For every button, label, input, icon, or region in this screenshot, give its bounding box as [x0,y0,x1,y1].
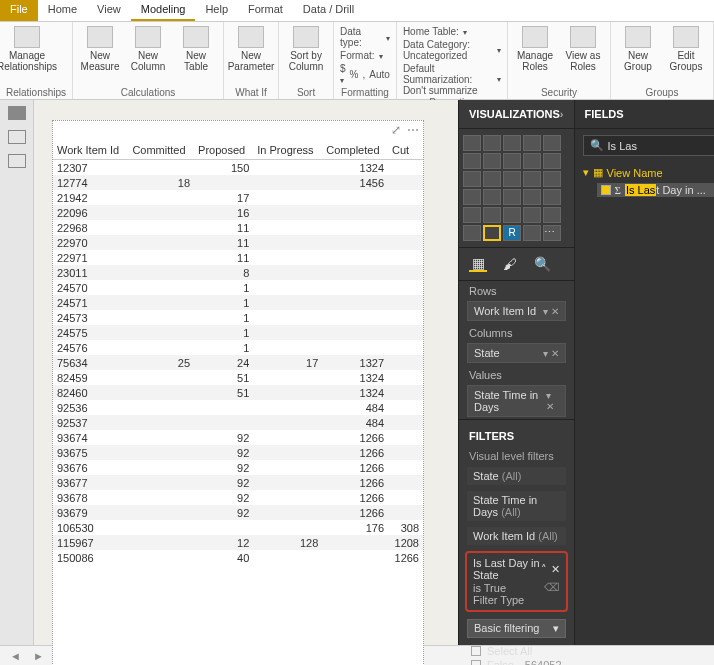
page-next-icon[interactable]: ► [29,650,48,662]
table-row[interactable]: 245711 [53,295,423,310]
tab-file[interactable]: File [0,0,38,21]
viz-ribbon[interactable] [483,171,501,187]
table-row[interactable]: 93675921266 [53,445,423,460]
new-parameter-button[interactable]: NewParameter [230,26,272,72]
viz-100-column[interactable] [463,153,481,169]
viz-slicer[interactable] [543,207,561,223]
table-row[interactable]: 245731 [53,310,423,325]
viz-treemap[interactable] [483,189,501,205]
viz-filled-map[interactable] [523,189,541,205]
viz-py[interactable] [523,225,541,241]
viz-custom[interactable]: ⋯ [543,225,561,241]
data-view-icon[interactable] [8,130,26,144]
currency-button[interactable]: $ [340,63,346,85]
table-row[interactable]: 2297111 [53,250,423,265]
viz-table[interactable] [463,225,481,241]
remove-rows-icon[interactable]: ▾ ✕ [543,306,559,317]
format-mode-icon[interactable]: 🖌 [501,256,519,272]
matrix-visual[interactable]: ⤢ ⋯ Work Item IdCommittedProposedIn Prog… [52,120,424,665]
remove-filter-icon[interactable]: ✕ [551,563,560,575]
home-table-dropdown[interactable] [463,26,467,37]
filter-state-time[interactable]: State Time in Days (All) [467,491,566,521]
table-row[interactable]: 245701 [53,280,423,295]
edit-groups-button[interactable]: EditGroups [665,26,707,72]
viz-clustered-column[interactable] [523,135,541,151]
viz-map[interactable] [503,189,521,205]
viz-area[interactable] [503,153,521,169]
tab-format[interactable]: Format [238,0,293,21]
fields-search-input[interactable] [608,140,714,152]
viz-multi-card[interactable] [503,207,521,223]
filter-type-dropdown[interactable]: Basic filtering▾ [467,619,566,638]
viz-funnel[interactable] [543,189,561,205]
viz-stacked-column[interactable] [483,135,501,151]
tab-modeling[interactable]: Modeling [131,0,196,21]
column-header[interactable]: Work Item Id [53,141,128,160]
table-row[interactable]: 150086401266 [53,550,423,565]
table-row[interactable]: 93674921266 [53,430,423,445]
table-row[interactable]: 115967121281208 [53,535,423,550]
viz-line-clustered[interactable] [463,171,481,187]
viz-waterfall[interactable] [503,171,521,187]
table-row[interactable]: 2297011 [53,235,423,250]
viz-matrix[interactable] [483,225,501,241]
table-row[interactable]: 92536484 [53,400,423,415]
data-category-dropdown[interactable]: Data Category: Uncategorized [403,39,501,61]
select-all-option[interactable]: Select All [471,644,562,658]
drill-icon[interactable]: ⤢ [391,123,401,137]
field-is-last-day[interactable]: Σ Is Last Day in ... [597,183,714,197]
fields-mode-icon[interactable]: ▦ [469,256,487,272]
column-header[interactable]: Completed [322,141,388,160]
percent-button[interactable]: % [350,69,359,80]
viz-donut[interactable] [463,189,481,205]
manage-relationships-button[interactable]: ManageRelationships [6,26,48,72]
viz-r[interactable]: R [503,225,521,241]
view-as-roles-button[interactable]: View asRoles [562,26,604,72]
table-row[interactable]: 123071501324 [53,160,423,176]
table-row[interactable]: 2296811 [53,220,423,235]
format-dropdown[interactable] [379,50,383,61]
model-view-icon[interactable] [8,154,26,168]
table-row[interactable]: 93676921266 [53,460,423,475]
viz-gauge[interactable] [463,207,481,223]
tab-help[interactable]: Help [195,0,238,21]
data-type-dropdown[interactable] [386,32,390,43]
viz-card[interactable] [483,207,501,223]
viz-line-stacked[interactable] [543,153,561,169]
report-canvas[interactable]: ⤢ ⋯ Work Item IdCommittedProposedIn Prog… [34,100,458,645]
collapse-filter-icon[interactable]: ˄ [541,563,547,575]
column-header[interactable]: Cut [388,141,423,160]
table-row[interactable]: 93678921266 [53,490,423,505]
tab-view[interactable]: View [87,0,131,21]
tab-home[interactable]: Home [38,0,87,21]
table-row[interactable]: 93679921266 [53,505,423,520]
table-row[interactable]: 82460511324 [53,385,423,400]
table-row[interactable]: 245761 [53,340,423,355]
rows-well[interactable]: Work Item Id▾ ✕ [467,301,566,321]
viz-scatter[interactable] [523,171,541,187]
table-row[interactable]: 93677921266 [53,475,423,490]
values-well[interactable]: State Time in Days▾ ✕ [467,385,566,417]
table-row[interactable]: 2194217 [53,190,423,205]
viz-stacked-bar[interactable] [463,135,481,151]
page-prev-icon[interactable]: ◄ [6,650,25,662]
analytics-mode-icon[interactable]: 🔍 [533,256,551,272]
table-view-name[interactable]: ▾▦View Name [583,166,714,179]
clear-filter-icon[interactable]: ⌫ [544,581,560,594]
viz-pie[interactable] [543,171,561,187]
new-column-button[interactable]: NewColumn [127,26,169,72]
sort-by-column-button[interactable]: Sort byColumn [285,26,327,72]
fields-search[interactable]: 🔍 [583,135,714,156]
new-group-button[interactable]: NewGroup [617,26,659,72]
comma-button[interactable]: , [363,69,366,80]
viz-clustered-bar[interactable] [503,135,521,151]
column-header[interactable]: In Progress [253,141,322,160]
table-row[interactable]: 12774181456 [53,175,423,190]
columns-well[interactable]: State▾ ✕ [467,343,566,363]
viz-stacked-area[interactable] [523,153,541,169]
collapse-viz-icon[interactable]: › [560,108,564,120]
table-row[interactable]: 756342524171327 [53,355,423,370]
filter-work-item-id[interactable]: Work Item Id (All) [467,527,566,545]
column-header[interactable]: Proposed [194,141,253,160]
table-row[interactable]: 245751 [53,325,423,340]
